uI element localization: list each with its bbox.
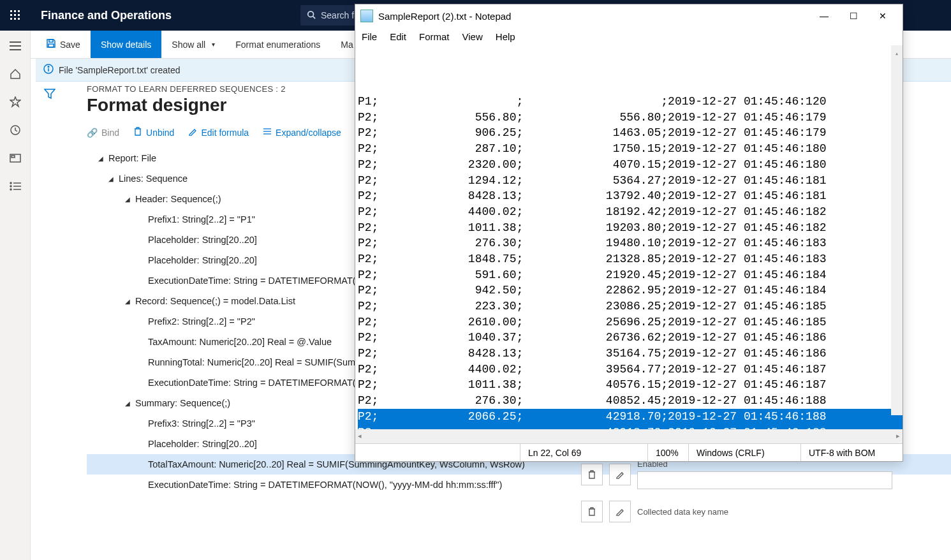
info-icon xyxy=(43,64,54,76)
svg-point-19 xyxy=(10,186,11,187)
hamburger-icon[interactable] xyxy=(8,38,23,54)
edit-button[interactable] xyxy=(609,464,631,485)
delete-button[interactable] xyxy=(581,501,603,522)
caret-icon: ◢ xyxy=(122,400,133,407)
text-line: P2; 276.30; 40852.45;2019-12-27 01:45:46… xyxy=(358,393,903,409)
delete-button[interactable] xyxy=(581,464,603,485)
notepad-menubar: File Edit Format View Help xyxy=(355,27,903,45)
vertical-scrollbar[interactable]: ▴ xyxy=(891,45,903,415)
enabled-input[interactable] xyxy=(637,471,892,489)
text-line: P2; 1040.37; 26736.62;2019-12-27 01:45:4… xyxy=(358,330,903,346)
maximize-button[interactable]: ☐ xyxy=(839,6,868,26)
menu-format[interactable]: Format xyxy=(419,31,450,42)
notepad-icon xyxy=(360,10,373,22)
svg-point-9 xyxy=(308,11,314,17)
svg-rect-16 xyxy=(11,156,15,158)
svg-rect-23 xyxy=(48,44,54,47)
app-name: Finance and Operations xyxy=(31,9,182,22)
show-details-button[interactable]: Show details xyxy=(91,31,161,58)
text-line: P2; 591.60; 21920.45;2019-12-27 01:45:46… xyxy=(358,267,903,283)
notepad-titlebar[interactable]: SampleReport (2).txt - Notepad — ☐ ✕ xyxy=(355,4,903,27)
text-line: P2; 276.30; 19480.10;2019-12-27 01:45:46… xyxy=(358,235,903,251)
notepad-statusbar: Ln 22, Col 69 100% Windows (CRLF) UTF-8 … xyxy=(355,443,903,461)
minimize-button[interactable]: — xyxy=(809,6,839,26)
status-zoom: 100% xyxy=(647,444,688,461)
text-line: P2; 8428.13; 13792.40;2019-12-27 01:45:4… xyxy=(358,188,903,204)
svg-rect-6 xyxy=(10,18,12,20)
text-line: P2; 556.80; 556.80;2019-12-27 01:45:46:1… xyxy=(358,110,903,126)
text-line: P2; 1011.38; 40576.15;2019-12-27 01:45:4… xyxy=(358,377,903,393)
status-position: Ln 22, Col 69 xyxy=(520,444,647,461)
notepad-text-area[interactable]: ▴ P1; ; ;2019-12-27 01:45:46:120P2; 556.… xyxy=(355,45,903,429)
text-line: P2; 2066.25; 42918.70;2019-12-27 01:45:4… xyxy=(358,409,903,425)
svg-rect-3 xyxy=(10,14,12,16)
text-line: P2; 223.30; 23086.25;2019-12-27 01:45:46… xyxy=(358,298,903,314)
scroll-right-icon: ▸ xyxy=(896,432,900,440)
edit-formula-button[interactable]: Edit formula xyxy=(188,127,249,138)
text-line: P2; 1294.12; 5364.27;2019-12-27 01:45:46… xyxy=(358,173,903,189)
menu-view[interactable]: View xyxy=(462,31,483,42)
svg-rect-24 xyxy=(49,40,53,42)
text-line: P2; 2610.00; 25696.25;2019-12-27 01:45:4… xyxy=(358,314,903,330)
text-line: P2; 942.50; 22862.95;2019-12-27 01:45:46… xyxy=(358,283,903,298)
search-icon xyxy=(307,10,316,21)
horizontal-scrollbar[interactable]: ◂ ▸ xyxy=(355,429,903,443)
svg-point-21 xyxy=(10,189,11,190)
text-line: P2; 1848.75; 21328.85;2019-12-27 01:45:4… xyxy=(358,251,903,267)
scroll-up-icon: ▴ xyxy=(893,47,901,55)
star-icon[interactable] xyxy=(8,94,23,110)
svg-line-10 xyxy=(313,16,316,18)
menu-edit[interactable]: Edit xyxy=(390,31,406,42)
notepad-title: SampleReport (2).txt - Notepad xyxy=(378,11,809,22)
format-enumerations-button[interactable]: Format enumerations xyxy=(225,31,330,58)
text-line: P2; 2320.00; 4070.15;2019-12-27 01:45:46… xyxy=(358,157,903,173)
link-icon: 🔗 xyxy=(87,128,98,138)
scroll-left-icon: ◂ xyxy=(358,432,362,440)
info-message: File 'SampleReport.txt' created xyxy=(59,65,181,75)
svg-rect-4 xyxy=(14,14,16,16)
close-button[interactable]: ✕ xyxy=(868,6,897,26)
waffle-icon[interactable] xyxy=(0,0,31,31)
edit-button[interactable] xyxy=(609,501,631,522)
menu-file[interactable]: File xyxy=(362,31,377,42)
status-eol: Windows (CRLF) xyxy=(688,444,800,461)
menu-help[interactable]: Help xyxy=(496,31,515,42)
caret-icon: ◢ xyxy=(96,155,106,162)
text-line: P2; 4400.02; 39564.77;2019-12-27 01:45:4… xyxy=(358,362,903,378)
field-enabled: Enabled xyxy=(575,459,951,489)
bind-button: 🔗Bind xyxy=(87,128,119,138)
save-icon xyxy=(46,38,56,50)
text-line: P2; 8428.13; 35164.75;2019-12-27 01:45:4… xyxy=(358,346,903,362)
unbind-button[interactable]: Unbind xyxy=(133,127,174,138)
filter-column xyxy=(36,82,64,560)
left-rail xyxy=(0,31,31,560)
caret-icon: ◢ xyxy=(122,298,133,305)
show-all-button[interactable]: Show all▾ xyxy=(161,31,225,58)
svg-rect-5 xyxy=(18,14,20,16)
field-label: Collected data key name xyxy=(637,507,728,517)
svg-rect-8 xyxy=(18,18,20,20)
status-encoding: UTF-8 with BOM xyxy=(800,444,903,461)
text-line: P1; ; ;2019-12-27 01:45:46:120 xyxy=(358,94,903,110)
chevron-down-icon: ▾ xyxy=(212,41,215,48)
save-button[interactable]: Save xyxy=(36,31,91,58)
svg-point-17 xyxy=(10,182,11,184)
svg-rect-7 xyxy=(14,18,16,20)
text-line: P2; 1011.38; 19203.80;2019-12-27 01:45:4… xyxy=(358,220,903,236)
caret-icon: ◢ xyxy=(122,196,133,203)
svg-rect-1 xyxy=(14,10,16,12)
filter-icon[interactable] xyxy=(44,88,55,560)
home-icon[interactable] xyxy=(8,66,23,82)
properties-panel: Enabled Collected data key name xyxy=(575,459,951,534)
notepad-window: SampleReport (2).txt - Notepad — ☐ ✕ Fil… xyxy=(355,4,903,462)
text-line: P2; 287.10; 1750.15;2019-12-27 01:45:46:… xyxy=(358,141,903,157)
workspace-icon[interactable] xyxy=(8,151,23,166)
list-icon[interactable] xyxy=(8,179,23,194)
expand-collapse-button[interactable]: Expand/collapse xyxy=(263,127,341,138)
text-line: P2; 906.25; 1463.05;2019-12-27 01:45:46:… xyxy=(358,125,903,141)
clock-icon[interactable] xyxy=(8,122,23,138)
text-line: P3; ; 42918.70;2019-12-27 01:45:46:188 xyxy=(358,425,903,429)
expand-icon xyxy=(263,127,272,138)
svg-point-27 xyxy=(48,66,49,68)
caret-icon: ◢ xyxy=(106,175,116,182)
